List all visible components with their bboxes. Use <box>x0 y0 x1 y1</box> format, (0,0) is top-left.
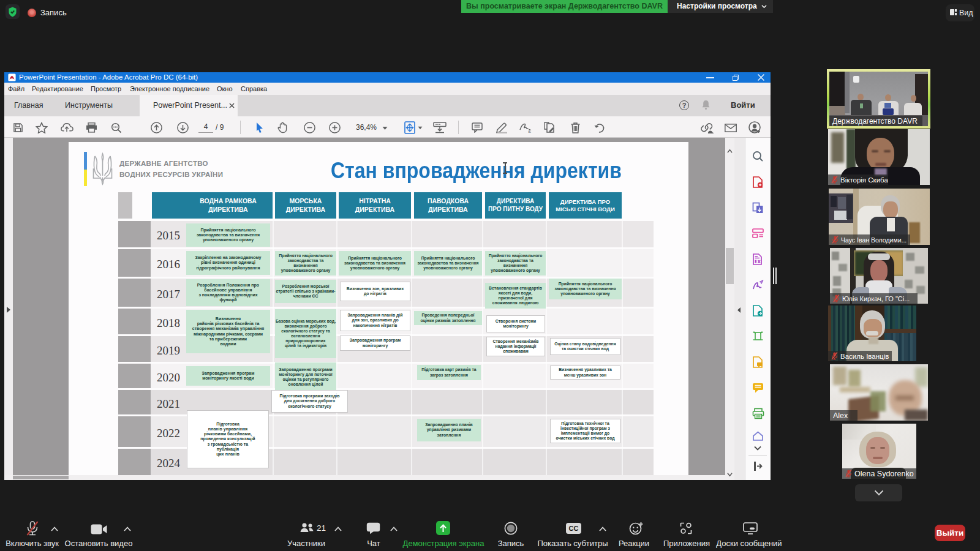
svg-text:x₀: x₀ <box>529 130 532 133</box>
